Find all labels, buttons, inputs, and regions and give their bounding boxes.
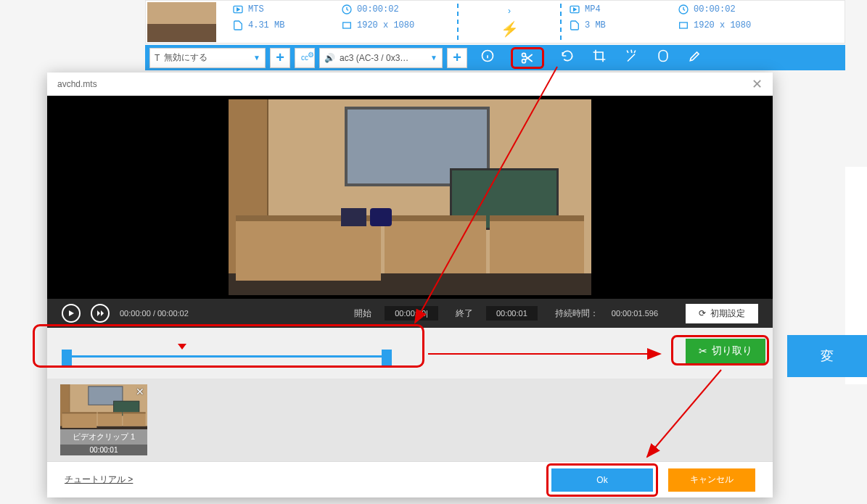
add-text-button[interactable]: + [270,48,290,68]
ok-button-highlight: Ok [546,463,658,497]
audio-dropdown[interactable]: 🔊ac3 (AC-3 / 0x3…▼ [319,48,443,68]
cut-modal: avchd.mts ✕ 00:00:00 / 00:00:02 開始 00:00… [47,73,773,497]
ok-label: Ok [596,475,607,485]
cc-settings-button[interactable]: cc⚙ [295,48,315,68]
video-icon [569,4,580,15]
ok-button[interactable]: Ok [551,468,653,492]
watermark-icon[interactable] [654,47,672,65]
bolt-icon: ⚡ [501,20,519,38]
source-size: 4.31 MB [248,20,284,30]
trim-handle-left[interactable] [62,350,72,367]
clip-remove-icon[interactable]: ✕ [136,386,144,397]
effects-icon[interactable] [622,47,640,65]
arrow-right-icon: › [508,6,511,16]
separator [457,4,459,40]
video-icon [232,4,244,15]
play-button[interactable] [62,304,81,323]
duration-label: 持続時間： [555,307,599,320]
audio-option-label: ac3 (AC-3 / 0x3… [340,53,408,63]
resolution-icon [341,20,353,31]
file-thumbnail [147,2,216,42]
timeline-bar [66,355,387,358]
close-icon[interactable]: ✕ [752,76,763,92]
text-icon: T [155,53,160,63]
svg-point-8 [522,59,526,62]
chevron-down-icon: ▼ [430,54,437,62]
clip-thumbnail: ✕ [60,384,147,429]
chevron-down-icon: ▼ [253,54,260,62]
end-time-input[interactable]: 00:00:01 [486,306,538,321]
file-info-row: MTS 4.31 MB 00:00:02 1920 x 1080 › ⚡ MP4… [145,0,845,44]
toolbar: T無効にする▼ + cc⚙ 🔊ac3 (AC-3 / 0x3…▼ + [145,45,845,70]
playback-controls: 00:00:00 / 00:00:02 開始 00:00:00| 終了 00:0… [47,299,773,328]
target-duration: 00:00:02 [694,4,736,15]
speaker-icon: 🔊 [324,53,335,63]
text-option-label: 無効にする [164,51,207,64]
source-resolution: 1920 x 1080 [357,20,414,30]
svg-rect-2 [343,22,351,28]
add-audio-button[interactable]: + [447,48,467,68]
start-time-input[interactable]: 00:00:00| [385,306,438,321]
reset-button[interactable]: ⟳ 初期設定 [686,304,758,323]
start-label: 開始 [354,307,371,320]
modal-title: avchd.mts [57,79,97,89]
cut-label: 切り取り [712,344,752,358]
target-size: 3 MB [585,20,606,30]
file-size-icon [569,20,580,31]
cancel-label: キャンセル [690,474,734,486]
clip-name: ビデオクリップ 1 [60,429,147,445]
cut-button[interactable]: ✂ 切り取り [686,339,765,363]
playhead-marker[interactable] [178,344,186,350]
duration-value: 00:00:01.596 [612,309,658,318]
rotate-icon[interactable] [559,47,576,65]
file-size-icon [232,20,244,31]
reset-label: 初期設定 [710,307,745,320]
crop-icon[interactable] [591,47,608,65]
clip-list: ✕ ビデオクリップ 1 00:00:01 [47,379,773,461]
trim-handle-right[interactable] [382,350,392,367]
source-duration: 00:00:02 [357,4,399,15]
clip-time: 00:00:01 [60,445,147,455]
refresh-icon: ⟳ [699,308,706,318]
svg-point-7 [522,53,526,57]
edit-icon[interactable] [686,47,704,65]
scissors-icon[interactable] [519,49,536,67]
tutorial-link[interactable]: チュートリアル > [65,474,133,486]
timeline-area: ✂ 切り取り [47,328,773,379]
cut-tool-highlight [511,47,544,69]
clock-icon [341,4,353,15]
video-frame [229,99,591,295]
convert-button-bg[interactable]: 変 [787,335,867,377]
convert-label: 変 [821,347,834,365]
current-time: 00:00:00 [120,309,151,318]
target-resolution: 1920 x 1080 [694,20,751,30]
clip-item[interactable]: ✕ ビデオクリップ 1 00:00:01 [60,384,147,455]
info-icon[interactable] [479,47,496,65]
step-button[interactable] [91,304,110,323]
source-format: MTS [248,4,264,15]
timeline-track[interactable] [62,342,392,371]
total-time: 00:00:02 [157,309,189,318]
svg-rect-5 [680,22,688,28]
separator [560,4,562,40]
scissors-icon: ✂ [699,345,707,357]
modal-footer: チュートリアル > Ok キャンセル [47,461,773,497]
video-preview [47,96,773,299]
text-dropdown[interactable]: T無効にする▼ [149,48,266,68]
resolution-icon [678,20,689,31]
clock-icon [678,4,689,15]
cancel-button[interactable]: キャンセル [668,468,755,492]
end-label: 終了 [456,307,473,320]
target-format: MP4 [585,4,601,15]
